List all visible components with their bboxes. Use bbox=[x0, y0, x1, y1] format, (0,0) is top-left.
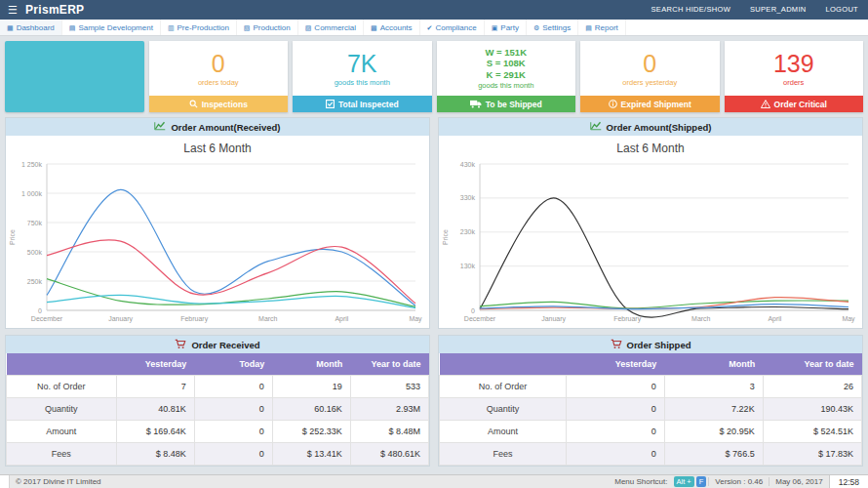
logout-button[interactable]: LOGOUT bbox=[816, 0, 868, 20]
series-black bbox=[480, 198, 848, 317]
cell-value: 60.16K bbox=[272, 398, 350, 421]
row-label: No. of Order bbox=[7, 376, 117, 398]
kpi-body: 7Kgoods this month bbox=[293, 41, 432, 96]
nav-item-sample-development[interactable]: ▤Sample Development bbox=[62, 20, 161, 35]
svg-text:1 250k: 1 250k bbox=[21, 161, 43, 168]
nav-item-pre-production[interactable]: ▥Pre-Production bbox=[161, 20, 237, 35]
cell-value: $ 17.83K bbox=[763, 443, 861, 466]
svg-text:Price: Price bbox=[442, 229, 449, 245]
kpi-card-order-critical: 139ordersOrder Critical bbox=[725, 41, 864, 112]
kpi-row: 0orders todayInspections7Kgoods this mon… bbox=[0, 36, 868, 117]
nav-item-production[interactable]: ▧Production bbox=[237, 20, 298, 35]
kpi-body: W = 151KS = 108KK = 291Kgoods this month bbox=[437, 41, 576, 96]
svg-text:430k: 430k bbox=[460, 161, 476, 168]
order-received-table: YesterdayTodayMonthYear to dateNo. of Or… bbox=[6, 353, 429, 466]
hamburger-menu-icon[interactable]: ☰ bbox=[0, 0, 25, 20]
nav-item-compliance[interactable]: ✔Compliance bbox=[420, 20, 485, 35]
nav-item-dashboard[interactable]: ▦Dashboard bbox=[0, 20, 62, 35]
table-row: No. of Order0326 bbox=[440, 376, 862, 398]
search-icon bbox=[189, 100, 198, 108]
order-critical-button[interactable]: Order Critical bbox=[725, 96, 864, 112]
nav-item-commercial[interactable]: ▨Commercial bbox=[298, 20, 364, 35]
line-chart-icon bbox=[154, 121, 166, 133]
kpi-value: 7K bbox=[347, 50, 377, 77]
kpi-value: 0 bbox=[212, 50, 225, 77]
svg-text:Price: Price bbox=[9, 229, 16, 245]
inspections-button[interactable]: Inspections bbox=[149, 96, 289, 112]
party-icon: ▣ bbox=[492, 24, 498, 31]
column-header: Yesterday bbox=[116, 353, 194, 376]
cell-value: $ 252.33K bbox=[272, 421, 350, 443]
svg-text:December: December bbox=[464, 315, 496, 322]
cart-icon bbox=[611, 339, 622, 351]
cell-value: 2.93M bbox=[350, 398, 428, 421]
order-shipped-chart-header: Order Amount(Shipped) bbox=[439, 118, 862, 136]
order-shipped-chart-subtitle: Last 6 Month bbox=[439, 136, 862, 156]
svg-text:January: January bbox=[108, 315, 133, 323]
nav-item-label: Compliance bbox=[435, 23, 476, 32]
settings-icon: ⚙ bbox=[533, 24, 539, 31]
check-square-icon bbox=[326, 100, 335, 108]
row-label: No. of Order bbox=[440, 376, 567, 398]
nav-item-label: Settings bbox=[542, 23, 571, 32]
production-icon: ▧ bbox=[244, 24, 251, 31]
user-menu-button[interactable]: SUPER_ADMIN bbox=[740, 0, 815, 20]
kpi-caption: orders today bbox=[198, 78, 239, 87]
kpi-caption: orders bbox=[783, 78, 804, 87]
kpi-card-total-inspected: 7Kgoods this monthTotal Inspected bbox=[293, 41, 432, 112]
cell-value: $ 524.51K bbox=[763, 421, 861, 443]
order-received-chart-panel: Order Amount(Received) Last 6 Month 0250… bbox=[5, 117, 430, 329]
shortcut-key-badge: Alt + bbox=[674, 476, 694, 487]
svg-text:1 000k: 1 000k bbox=[21, 190, 43, 197]
row-label: Quantity bbox=[440, 398, 567, 421]
nav-item-settings[interactable]: ⚙Settings bbox=[527, 20, 578, 35]
nav-item-party[interactable]: ▣Party bbox=[485, 20, 527, 35]
line-chart-svg: 0130k230k330k430kDecemberJanuaryFebruary… bbox=[439, 156, 862, 328]
kpi-caption: goods this month bbox=[478, 81, 533, 90]
order-received-table-panel: Order Received YesterdayTodayMonthYear t… bbox=[5, 335, 430, 467]
order-shipped-table-header: Order Shipped bbox=[439, 336, 862, 353]
table-row: Quantity40.81K060.16K2.93M bbox=[7, 398, 429, 421]
truck-icon bbox=[470, 100, 482, 108]
cell-value: 7.22K bbox=[664, 398, 763, 421]
shortcut-badges: Alt +F bbox=[674, 477, 709, 486]
sample-development-icon: ▤ bbox=[69, 24, 76, 31]
nav-item-accounts[interactable]: ▩Accounts bbox=[364, 20, 420, 35]
column-header bbox=[440, 353, 567, 376]
column-header: Month bbox=[664, 353, 763, 376]
menu-shortcut-label: Menu Shortcut: bbox=[609, 477, 673, 486]
cell-value: 190.43K bbox=[763, 398, 861, 421]
total-inspected-button[interactable]: Total Inspected bbox=[293, 96, 432, 112]
pre-production-icon: ▥ bbox=[168, 24, 175, 31]
to-be-shipped-button[interactable]: To be Shipped bbox=[437, 96, 576, 112]
row-label: Fees bbox=[440, 443, 567, 466]
row-label: Fees bbox=[7, 443, 117, 466]
kpi-button-label: Expired Shipment bbox=[621, 100, 691, 109]
nav-item-label: Commercial bbox=[314, 23, 356, 32]
nav-item-label: Production bbox=[253, 23, 290, 32]
nav-item-report[interactable]: ▤Report bbox=[578, 20, 626, 35]
kpi-button-label: Total Inspected bbox=[338, 100, 399, 109]
main-nav: ▦Dashboard▤Sample Development▥Pre-Produc… bbox=[0, 20, 868, 36]
expired-shipment-button[interactable]: Expired Shipment bbox=[580, 96, 720, 112]
cell-value: 0 bbox=[194, 376, 272, 398]
warning-icon bbox=[761, 100, 770, 108]
topbar: ☰ PrismERP SEARCH HIDE/SHOWSUPER_ADMINLO… bbox=[0, 0, 868, 20]
kpi-highlight-tile bbox=[5, 41, 144, 112]
date-text: May 06, 2017 bbox=[769, 477, 828, 486]
table-row: No. of Order7019533 bbox=[7, 376, 429, 398]
order-shipped-table-panel: Order Shipped YesterdayMonthYear to date… bbox=[438, 335, 863, 467]
order-shipped-table: YesterdayMonthYear to dateNo. of Order03… bbox=[439, 353, 862, 466]
footer: © 2017 Divine IT Limited Menu Shortcut: … bbox=[0, 474, 868, 488]
column-header: Yesterday bbox=[566, 353, 664, 376]
svg-text:130k: 130k bbox=[460, 263, 476, 269]
nav-item-label: Sample Development bbox=[78, 23, 152, 32]
cell-value: 0 bbox=[566, 398, 664, 421]
svg-text:February: February bbox=[180, 315, 209, 323]
cell-value: 533 bbox=[350, 376, 428, 398]
compliance-icon: ✔ bbox=[427, 24, 433, 31]
order-received-chart-title: Order Amount(Received) bbox=[171, 122, 280, 133]
order-received-chart-subtitle: Last 6 Month bbox=[6, 136, 429, 156]
column-header: Year to date bbox=[763, 353, 861, 376]
search-toggle-button[interactable]: SEARCH HIDE/SHOW bbox=[642, 0, 740, 20]
